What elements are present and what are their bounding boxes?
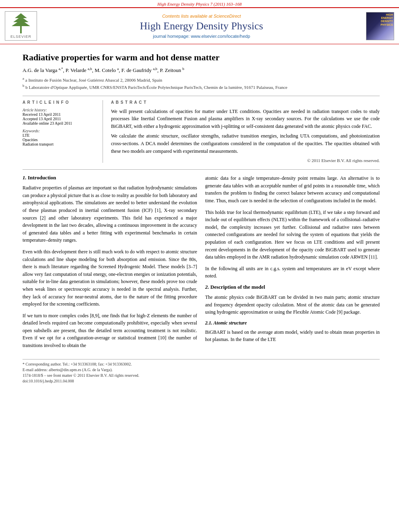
section-2-1-para-1: BiGBART is based on the average atom mod… <box>205 329 380 343</box>
copyright-notice: © 2011 Elsevier B.V. All rights reserved… <box>111 158 380 163</box>
sciencedirect-link[interactable]: Contents lists available at ScienceDirec… <box>41 14 362 18</box>
keyword-lte: LTE <box>23 133 97 138</box>
article-title: Radiative properties for warm and hot de… <box>23 52 380 63</box>
keyword-opacities: Opacities <box>23 138 97 142</box>
section-1-title: Introduction <box>28 175 56 181</box>
abstract-panel: A B S T R A C T We will present calculat… <box>111 100 380 163</box>
journal-ref-text: High Energy Density Physics 7 (2011) 163… <box>157 2 242 6</box>
journal-header: ELSEVIER Contents lists available at Sci… <box>0 7 399 44</box>
abstract-text: We will present calculations of opacitie… <box>111 108 380 155</box>
footnotes: * Corresponding author. Tel.: +34 913363… <box>23 359 380 383</box>
available-date: Available online 23 April 2011 <box>23 121 97 125</box>
authors-line: A.G. de la Varga a,*, P. Velarde a,b, M.… <box>23 67 380 74</box>
tree-branch-bot <box>12 20 30 26</box>
section-1-num: 1. <box>23 175 28 181</box>
homepage-label: journal homepage: www.elsevier.com/locat… <box>153 34 250 39</box>
section-1-right-para-1: atomic data for a single temperature–den… <box>205 175 380 204</box>
affiliation-a: a a Instituto de Fusión Nuclear, José Gu… <box>23 76 380 83</box>
column-left: 1. Introduction Radiative properties of … <box>23 175 197 353</box>
history-label: Article history: <box>23 108 97 112</box>
doi-footnote: doi:10.1016/j.hedp.2011.04.008 <box>23 379 380 383</box>
section-1-right-para-3: In the following all units are in c.g.s.… <box>205 265 380 280</box>
keywords-label: Keywords: <box>23 129 97 133</box>
section-1-para-2: Even with this development there is stil… <box>23 248 197 308</box>
section-1-para-3: If we turn to more complex codes [8,9], … <box>23 312 197 349</box>
elsevier-logo: ELSEVIER <box>5 11 37 41</box>
section-2-title: Description of the model <box>210 284 265 290</box>
corresponding-footnote: * Corresponding author. Tel.: +34 913363… <box>23 362 380 366</box>
authors-text: A.G. de la Varga a,*, P. Velarde a,b, M.… <box>23 67 184 73</box>
logo-box: ELSEVIER <box>5 11 37 41</box>
section-2-1-num: 2.1. <box>205 320 214 326</box>
page-content: Radiative properties for warm and hot de… <box>0 44 399 392</box>
section-2-num: 2. <box>205 284 210 290</box>
section-2-heading: 2. Description of the model <box>205 284 380 290</box>
column-right: atomic data for a single temperature–den… <box>205 175 380 353</box>
logo-tree-icon <box>7 13 35 33</box>
accepted-date: Accepted 13 April 2011 <box>23 117 97 121</box>
tree-trunk <box>20 26 22 33</box>
journal-cover-text: HIGHENERGYDENSITYPHYSICS <box>380 12 394 28</box>
abstract-para-1: We will present calculations of opacitie… <box>111 108 380 130</box>
journal-cover-thumbnail: HIGHENERGYDENSITYPHYSICS <box>366 12 394 40</box>
article-history: Article history: Received 13 April 2011 … <box>23 108 97 125</box>
section-1-para-1: Radiative properties of plasmas are impo… <box>23 184 197 244</box>
keywords-section: Keywords: LTE Opacities Radiation transp… <box>23 129 97 146</box>
journal-reference-bar: High Energy Density Physics 7 (2011) 163… <box>0 0 399 7</box>
sciencedirect-name[interactable]: ScienceDirect <box>214 14 241 18</box>
keyword-radiation: Radiation transport <box>23 142 97 146</box>
journal-homepage[interactable]: journal homepage: www.elsevier.com/locat… <box>41 34 362 39</box>
email-footnote: E-mail address: alberto@din.upm.es (A.G.… <box>23 368 380 372</box>
section-1-heading: 1. Introduction <box>23 175 197 181</box>
section-1-right-para-2: This holds true for local thermodynamic … <box>205 209 380 261</box>
issn-footnote: 1574-1818/$ – see front matter © 2011 El… <box>23 373 380 378</box>
journal-center-header: Contents lists available at ScienceDirec… <box>41 14 362 39</box>
abstract-label: A B S T R A C T <box>111 100 380 105</box>
abstract-para-2: We calculate the atomic structure, oscil… <box>111 132 380 155</box>
journal-title: High Energy Density Physics <box>41 20 362 32</box>
affiliations: a a Instituto de Fusión Nuclear, José Gu… <box>23 76 380 90</box>
main-body: 1. Introduction Radiative properties of … <box>23 169 380 353</box>
section-2-1-title: Atomic structure <box>214 320 247 326</box>
elsevier-wordmark: ELSEVIER <box>7 35 35 39</box>
info-abstract-row: A R T I C L E I N F O Article history: R… <box>23 96 380 163</box>
article-info-label: A R T I C L E I N F O <box>23 100 97 105</box>
article-info-panel: A R T I C L E I N F O Article history: R… <box>23 100 103 163</box>
section-2-1-heading: 2.1. Atomic structure <box>205 320 380 326</box>
section-2-para-1: The atomic physics code BiGBART can be d… <box>205 294 380 316</box>
received-date: Received 13 April 2011 <box>23 112 97 117</box>
affiliation-b: b b Laboratoire d'Optique Appliquée, UMR… <box>23 83 380 90</box>
